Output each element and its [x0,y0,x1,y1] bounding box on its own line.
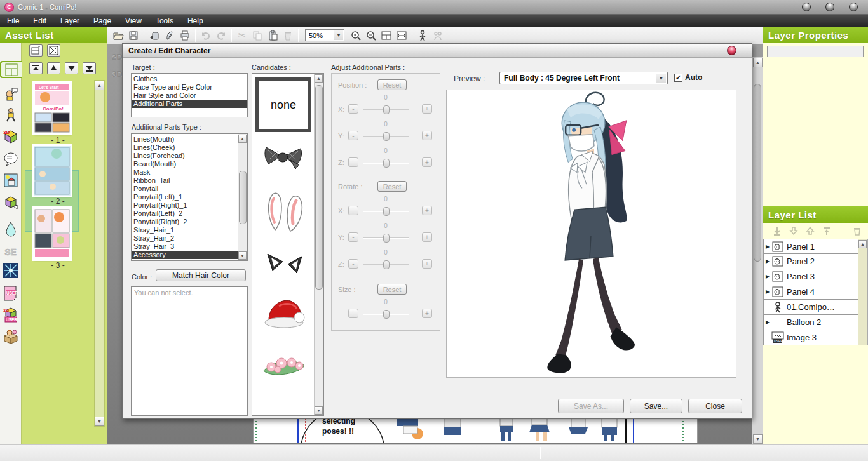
expand-arrow-icon[interactable]: ▶ [764,244,771,250]
slider-track[interactable] [363,264,409,265]
save-button[interactable] [126,28,141,43]
layer-row-panel-2[interactable]: ▶ Panel 2 [763,254,858,269]
scroll-up-icon[interactable]: ▲ [315,74,323,83]
chevron-down-icon[interactable]: ▼ [656,74,666,83]
category-user-3d[interactable]: USER3D [2,306,19,323]
parts-type-item[interactable]: Ponytail(Right)_2 [132,218,238,226]
cut-button[interactable]: ✂ [234,28,250,43]
category-pose[interactable] [2,106,19,123]
target-item-hair[interactable]: Hair Style and Color [132,91,247,100]
parts-type-item[interactable]: Beard(Mouth) [132,160,238,168]
print-button[interactable] [177,28,193,43]
scroll-down-icon[interactable]: ▼ [315,406,323,415]
group-pose-button[interactable] [430,28,445,43]
expand-arrow-icon[interactable]: ▶ [764,258,771,264]
plus-button[interactable]: + [422,232,432,242]
layer-row-panel-4[interactable]: ▶ Panel 4 [763,284,858,300]
candidate-bunny-ears[interactable] [265,189,303,234]
category-item[interactable] [2,194,19,211]
move-layer-top-icon[interactable] [822,226,832,236]
parts-type-item[interactable]: Lines(Cheek) [132,144,238,152]
slider-track[interactable] [363,314,409,315]
parts-type-item[interactable]: Stray_Hair_1 [132,226,238,234]
open-file-button[interactable] [111,28,126,43]
menu-layer[interactable]: Layer [53,17,86,25]
slider-thumb[interactable] [383,234,390,243]
zoom-out-button[interactable] [363,28,379,43]
layer-row-balloon[interactable]: ▶ Balloon 2 [763,315,858,330]
parts-type-item[interactable]: Mask [132,168,238,177]
category-3d-items[interactable]: 3D [2,128,19,145]
scroll-up-icon[interactable]: ▲ [95,81,104,90]
parts-type-item[interactable]: Stray_Hair_3 [132,243,238,251]
zoom-select[interactable]: 50% ▼ [305,29,344,41]
menu-file[interactable]: File [0,17,26,25]
preview-angle-select[interactable]: Full Body : 45 Degree Left Front ▼ [499,72,668,84]
save-as-button[interactable]: Save As... [558,399,624,413]
scroll-up-icon[interactable]: ▲ [858,240,867,248]
copy-button[interactable] [250,28,265,43]
scroll-down-icon[interactable]: ▼ [753,434,763,444]
category-effect-drop[interactable] [2,220,19,237]
category-panel-layout[interactable] [0,61,22,78]
candidate-santa-hat[interactable] [260,296,308,330]
minus-button[interactable]: - [348,232,358,242]
position-reset-button[interactable]: Reset [377,79,407,90]
plus-button[interactable]: + [422,259,432,269]
minus-button[interactable]: - [348,309,358,318]
parts-type-item[interactable]: Ponytail(Right)_1 [132,201,238,210]
scroll-up-icon[interactable]: ▲ [753,58,763,67]
asset-list-scrollbar[interactable]: ▲ ▼ [94,80,105,427]
category-character-box[interactable] [2,328,19,345]
expand-arrow-icon[interactable]: ▶ [764,289,771,295]
scroll-up-icon[interactable]: ▲ [238,135,247,143]
slider-track[interactable] [363,237,409,239]
category-balloon[interactable] [2,150,19,168]
fit-width-button[interactable] [394,28,409,43]
candidate-cat-ears[interactable] [266,251,303,276]
close-dialog-button[interactable]: Close [688,399,742,413]
close-button[interactable] [849,3,858,11]
slider-thumb[interactable] [383,207,390,216]
page-thumbnail-3[interactable] [34,208,71,259]
parts-type-item[interactable]: Ribbon_Tail [132,177,238,185]
minus-button[interactable]: - [348,131,358,140]
candidate-none[interactable]: none [255,77,311,132]
page-thumbnail-1[interactable]: Let's Start ComiPo! [34,83,71,133]
scroll-down-icon[interactable]: ▼ [238,251,247,260]
slider-track[interactable] [363,109,409,110]
parts-type-item[interactable]: Ponytail(Left)_1 [132,193,238,201]
parts-type-item[interactable]: Stray_Hair_2 [132,234,238,243]
redo-button[interactable] [214,28,229,43]
candidate-flower-wreath[interactable] [261,352,307,378]
character-pose-button[interactable] [415,28,430,43]
menu-tools[interactable]: Tools [149,17,180,25]
layer-properties-input[interactable] [767,46,864,57]
candidate-plaid-bow[interactable] [262,141,304,174]
slider-track[interactable] [363,163,409,164]
slider-track[interactable] [363,211,409,212]
layer-list-scrollbar[interactable]: ▲ [858,239,868,345]
export-button[interactable] [147,28,162,43]
publish-button[interactable] [162,28,177,43]
category-background[interactable] [2,171,19,189]
rotate-reset-button[interactable]: Reset [377,181,407,192]
parts-type-item[interactable]: Lines(Mouth) [132,135,238,144]
auto-checkbox[interactable]: ✓ Auto [674,73,702,82]
zoom-in-button[interactable] [348,28,363,43]
target-item-additional-parts[interactable]: Additional Parts [132,100,247,108]
menu-view[interactable]: View [118,17,149,25]
category-user-image[interactable]: USER [2,284,19,302]
page-thumbnail-2[interactable] [34,146,71,196]
move-page-top-button[interactable] [29,62,43,74]
match-hair-color-button[interactable]: Match Hair Color [156,269,246,281]
checkbox-check-icon[interactable]: ✓ [674,74,682,82]
undo-button[interactable] [198,28,214,43]
category-character[interactable] [2,85,19,102]
layer-row-panel-1[interactable]: ▶ Panel 1 [763,239,858,254]
chevron-down-icon[interactable]: ▼ [334,30,343,40]
add-page-button[interactable] [29,44,43,57]
delete-layer-icon[interactable] [852,226,862,236]
plus-button[interactable]: + [422,206,432,215]
menu-page[interactable]: Page [86,17,118,25]
